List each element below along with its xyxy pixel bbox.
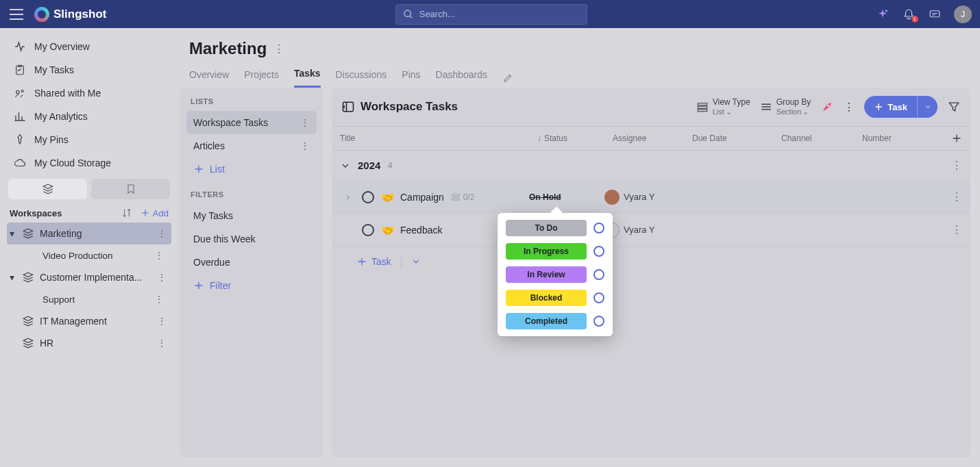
bell-icon[interactable]: 1 — [902, 8, 916, 21]
task-assignee[interactable]: Vyara Y — [604, 190, 684, 205]
view-type-dropdown[interactable]: View TypeList ⌄ — [696, 98, 750, 115]
add-task-dropdown[interactable] — [917, 96, 938, 118]
status-option-progress[interactable]: In Progress — [506, 243, 587, 260]
more-icon[interactable]: ⋮ — [156, 316, 167, 327]
workspace-it[interactable]: ▾ IT Management ⋮ — [7, 310, 171, 332]
stack-icon — [22, 227, 34, 240]
col-status[interactable]: ↓Status — [529, 134, 604, 143]
col-number[interactable]: Number — [854, 134, 943, 143]
sidebar-item-analytics[interactable]: My Analytics — [7, 105, 171, 128]
tab-pins[interactable]: Pins — [402, 69, 420, 87]
workspace-hr[interactable]: ▾ HR ⋮ — [7, 332, 171, 354]
filter-my-tasks[interactable]: My Tasks — [186, 204, 317, 227]
svg-rect-11 — [452, 194, 460, 196]
more-icon[interactable]: ⋮ — [943, 223, 970, 236]
chat-icon[interactable] — [928, 8, 942, 21]
svg-point-10 — [828, 105, 830, 107]
section-row: 2024 4 ⋮ — [332, 151, 970, 181]
sort-icon[interactable] — [121, 207, 134, 218]
task-row[interactable]: 🤝 Campaign 0/2 On Hold Vyara Y ⋮ — [332, 181, 970, 214]
status-option-review[interactable]: In Review — [506, 266, 587, 283]
task-status[interactable]: On Hold — [529, 192, 604, 202]
filter-overdue[interactable]: Overdue — [186, 251, 317, 274]
edit-icon[interactable] — [502, 73, 513, 84]
list-workspace-tasks[interactable]: Workspace Tasks⋮ — [186, 111, 317, 134]
more-icon[interactable]: ⋮ — [156, 228, 167, 239]
avatar — [604, 190, 620, 205]
col-title[interactable]: Title — [332, 134, 529, 143]
status-radio[interactable] — [593, 269, 604, 280]
task-checkbox[interactable] — [362, 224, 374, 236]
more-icon[interactable]: ⋮ — [844, 101, 855, 114]
list-articles[interactable]: Articles⋮ — [186, 134, 317, 157]
sidebar-item-tasks[interactable]: My Tasks — [7, 58, 171, 81]
status-option-todo[interactable]: To Do — [506, 220, 587, 236]
tab-tasks[interactable]: Tasks — [294, 68, 321, 88]
more-icon[interactable]: ⋮ — [156, 272, 167, 283]
clipboard-icon — [14, 64, 26, 76]
chevron-down-icon[interactable] — [411, 257, 421, 266]
chevron-down-icon[interactable] — [340, 160, 351, 171]
caret-down-icon: ▾ — [10, 272, 16, 283]
more-icon[interactable]: ⋮ — [154, 250, 164, 261]
col-due[interactable]: Due Date — [684, 134, 773, 143]
bookmark-toggle[interactable] — [91, 179, 170, 199]
sparkle-icon[interactable] — [876, 8, 890, 21]
add-task-inline: Task — [332, 247, 970, 277]
logo-icon — [34, 7, 49, 22]
sidebar-item-pins[interactable]: My Pins — [7, 128, 171, 151]
sidebar: My Overview My Tasks Shared with Me My A… — [0, 28, 178, 467]
lists-panel: LISTS Workspace Tasks⋮ Articles⋮ List FI… — [180, 88, 323, 457]
app-logo[interactable]: Slingshot — [34, 7, 106, 22]
more-icon[interactable]: ⋮ — [154, 294, 164, 305]
task-checkbox[interactable] — [362, 191, 374, 203]
status-radio[interactable] — [593, 223, 604, 233]
sidebar-item-shared[interactable]: Shared with Me — [7, 81, 171, 105]
handshake-icon: 🤝 — [381, 191, 393, 203]
add-task-main[interactable]: Task — [864, 102, 917, 112]
workspace-toggle[interactable] — [8, 179, 87, 199]
menu-icon[interactable] — [8, 6, 25, 23]
tab-dashboards[interactable]: Dashboards — [436, 69, 488, 87]
task-row[interactable]: 🤝 Feedback Vyara Y ⋮ — [332, 214, 970, 247]
more-icon[interactable]: ⋮ — [156, 338, 167, 349]
workspace-marketing[interactable]: ▾ Marketing ⋮ — [7, 223, 171, 244]
filter-icon[interactable] — [947, 100, 961, 114]
add-filter-button[interactable]: Filter — [186, 274, 317, 297]
avatar[interactable]: J — [954, 5, 972, 23]
task-assignee[interactable]: Vyara Y — [604, 223, 684, 238]
col-assignee[interactable]: Assignee — [604, 134, 684, 143]
filter-due-week[interactable]: Due this Week — [186, 227, 317, 251]
more-icon[interactable]: ⋮ — [300, 140, 310, 151]
status-option-completed[interactable]: Completed — [506, 313, 587, 329]
status-option-blocked[interactable]: Blocked — [506, 290, 587, 306]
group-by-dropdown[interactable]: Group BySection ⌄ — [760, 98, 811, 115]
add-workspace-button[interactable]: Add — [140, 208, 169, 218]
more-icon[interactable]: ⋮ — [273, 42, 284, 55]
more-icon[interactable]: ⋮ — [951, 159, 962, 172]
status-popup: To Do In Progress In Review Blocked Comp… — [498, 213, 613, 336]
workspace-customer[interactable]: ▾ Customer Implementa... ⋮ — [7, 266, 171, 288]
tab-projects[interactable]: Projects — [244, 69, 279, 87]
add-list-button[interactable]: List — [186, 157, 317, 181]
workspace-support[interactable]: Support⋮ — [7, 288, 171, 310]
sidebar-item-overview[interactable]: My Overview — [7, 35, 171, 58]
add-column-button[interactable] — [943, 133, 970, 144]
tab-overview[interactable]: Overview — [189, 69, 229, 87]
tab-discussions[interactable]: Discussions — [336, 69, 387, 87]
more-icon[interactable]: ⋮ — [943, 190, 970, 203]
sidebar-item-cloud[interactable]: My Cloud Storage — [7, 151, 171, 175]
status-radio[interactable] — [593, 316, 604, 327]
search-input[interactable]: Search... — [395, 4, 587, 25]
group-icon — [760, 101, 772, 113]
more-icon[interactable]: ⋮ — [300, 117, 310, 128]
chevron-right-icon[interactable] — [344, 193, 355, 201]
status-radio[interactable] — [593, 246, 604, 257]
section-name[interactable]: 2024 — [358, 160, 380, 171]
workspace-video-production[interactable]: Video Production⋮ — [7, 244, 171, 266]
rocket-icon[interactable] — [820, 100, 834, 114]
status-radio[interactable] — [593, 292, 604, 303]
panel-icon — [341, 100, 355, 114]
add-task-inline-button[interactable]: Task — [356, 256, 391, 267]
col-channel[interactable]: Channel — [773, 134, 854, 143]
